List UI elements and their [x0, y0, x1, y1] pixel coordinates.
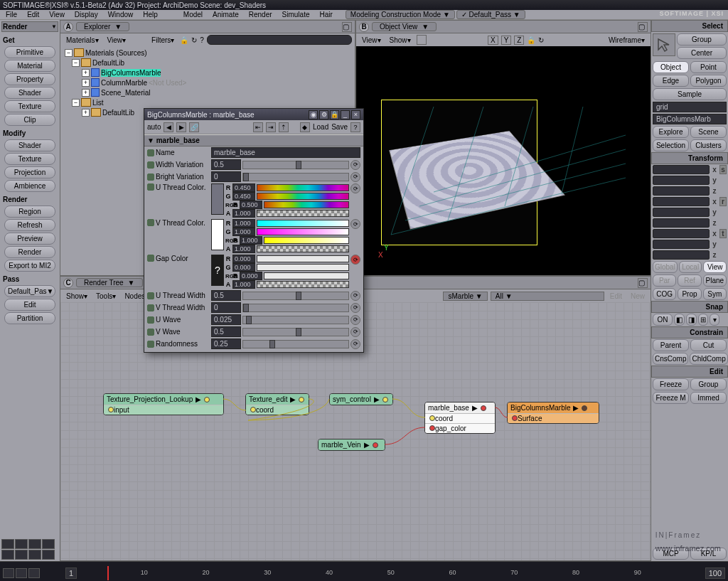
anim-toggle[interactable]: [147, 316, 154, 324]
node-texture-projection[interactable]: Texture_Projection_Lookup ▶ input: [103, 393, 224, 415]
btn-shader[interactable]: Shader: [4, 87, 55, 99]
ry-field[interactable]: [653, 208, 710, 217]
bar-g[interactable]: [257, 264, 349, 271]
swatch-v-thread[interactable]: [211, 219, 224, 250]
rendertree-title-dropdown[interactable]: Render Tree▼: [76, 278, 143, 287]
rt-new[interactable]: New: [628, 292, 648, 300]
gap-b[interactable]: 0.000: [240, 272, 262, 280]
btn-sym[interactable]: Sym: [703, 288, 727, 300]
swatch-u-thread[interactable]: [211, 183, 224, 215]
v-thread-r[interactable]: 1.000: [232, 219, 255, 228]
btn-prop[interactable]: Prop: [678, 288, 701, 300]
v-thread-a[interactable]: 1.000: [232, 245, 255, 253]
btn-mod-projection[interactable]: Projection: [4, 166, 55, 178]
btn-material[interactable]: Material: [4, 60, 55, 72]
menu-view[interactable]: View: [45, 11, 69, 18]
objectview-title-dropdown[interactable]: Object View▼: [372, 22, 437, 31]
rt-filter-dropdown[interactable]: All ▼: [491, 292, 604, 301]
slider-u-wave[interactable]: [242, 316, 349, 324]
menu-animate[interactable]: Animate: [208, 11, 243, 18]
val-v-thread-width[interactable]: 0: [211, 302, 241, 313]
btn-preview[interactable]: Preview: [4, 233, 55, 245]
btn-freeze[interactable]: Freeze: [653, 378, 689, 390]
layout-icon[interactable]: [15, 539, 28, 549]
menu-file[interactable]: File: [1, 11, 21, 18]
btn-region[interactable]: Region: [4, 206, 55, 218]
dlg-load-btn[interactable]: Load: [313, 123, 328, 131]
menu-window[interactable]: Window: [104, 11, 138, 18]
btn-freeze-m[interactable]: Freeze M: [653, 392, 689, 404]
step-icon[interactable]: ⟳: [350, 219, 360, 229]
step-icon[interactable]: ⟳: [350, 172, 360, 182]
rt-show[interactable]: Show▾: [63, 292, 90, 300]
step-icon[interactable]: ⟳: [350, 160, 360, 170]
bar-a[interactable]: [257, 281, 349, 288]
step-icon[interactable]: ⟳: [350, 303, 360, 313]
frame-end[interactable]: 100: [705, 567, 725, 579]
shading-dropdown[interactable]: Wireframe▾: [606, 36, 648, 44]
tree-defaultlib[interactable]: − DefaultLib: [62, 58, 353, 68]
ty-field[interactable]: [653, 240, 710, 249]
select-tool-icon[interactable]: [653, 33, 675, 56]
tx-field[interactable]: [653, 229, 710, 238]
snap-opt-icon[interactable]: ◨: [686, 314, 697, 326]
axis-x[interactable]: X: [488, 36, 498, 45]
v-thread-g[interactable]: 1.000: [232, 228, 255, 236]
btn-sample[interactable]: Sample: [653, 88, 727, 100]
name-field[interactable]: marble_base: [211, 147, 360, 158]
bar-b[interactable]: [264, 272, 349, 279]
dlg-anim-icon[interactable]: ◆: [300, 122, 310, 132]
anim-toggle[interactable]: [147, 161, 154, 169]
rt-path-dropdown[interactable]: sMarble ▼: [443, 292, 487, 301]
step-icon[interactable]: ⟳: [350, 291, 360, 301]
dlg-gear-icon[interactable]: ⚙: [319, 110, 328, 119]
slider-u-thread-width[interactable]: [242, 292, 349, 300]
maximize-icon[interactable]: ▢: [638, 278, 648, 288]
swatch-gap[interactable]: ?: [211, 255, 224, 286]
btn-global[interactable]: Global: [653, 261, 678, 273]
btn-chldcomp[interactable]: ChldComp: [690, 353, 727, 365]
dlg-help-icon[interactable]: ?: [350, 122, 360, 132]
val-bright-variation[interactable]: 0: [211, 171, 241, 182]
dlg-section-marble-base[interactable]: ▼ marble_base: [144, 134, 363, 146]
gap-a[interactable]: 1.000: [232, 280, 255, 289]
node-marble-base[interactable]: marble_base ▶ coord gap_color: [424, 402, 496, 434]
dlg-next-icon[interactable]: ▶: [176, 122, 186, 132]
layout-icon[interactable]: [1, 539, 14, 549]
panel-letter-icon[interactable]: C: [63, 278, 73, 288]
ov-view[interactable]: View▾: [359, 36, 384, 44]
dlg-min-icon[interactable]: _: [341, 110, 350, 119]
axis-z[interactable]: Z: [514, 36, 524, 45]
node-texture-edit[interactable]: Texture_edit ▶ coord: [245, 393, 309, 415]
btn-mod-shader[interactable]: Shader: [4, 139, 55, 151]
btn-group[interactable]: Group: [677, 33, 727, 46]
dlg-back-icon[interactable]: ⇤: [253, 122, 263, 132]
tree-item-scenematerial[interactable]: + Scene_Material: [62, 87, 353, 97]
slider-bright-variation[interactable]: [242, 173, 349, 181]
btn-pass-edit[interactable]: Edit: [4, 299, 55, 311]
btn-parent[interactable]: Parent: [653, 339, 689, 351]
explorer-title-dropdown[interactable]: Explorer▼: [76, 22, 129, 31]
timeline[interactable]: 1 10 20 30 40 50 60 70 80 90 100: [0, 561, 728, 581]
tb-filters[interactable]: Filters▾: [149, 36, 177, 44]
val-u-thread-width[interactable]: 0.5: [211, 290, 241, 301]
node-marble-vein[interactable]: marble_Vein ▶: [318, 439, 385, 451]
btn-texture[interactable]: Texture: [4, 100, 55, 112]
btn-primitive[interactable]: Primitive: [4, 46, 55, 58]
slider-v-thread-width[interactable]: [242, 304, 349, 312]
btn-snap-on[interactable]: ON: [653, 314, 673, 326]
bar-b[interactable]: [264, 237, 349, 244]
u-thread-g[interactable]: 0.450: [232, 192, 255, 201]
sz-field[interactable]: [653, 186, 710, 196]
btn-immed[interactable]: Immed: [690, 392, 727, 404]
rx-field[interactable]: [653, 197, 710, 206]
step-icon[interactable]: ⟳: [350, 339, 360, 349]
tree-item-columnmarble[interactable]: + ColumnMarble <Not Used>: [62, 78, 353, 87]
val-u-wave[interactable]: 0.025: [211, 314, 241, 325]
bar-a[interactable]: [257, 245, 349, 252]
anim-toggle[interactable]: [147, 149, 154, 156]
menu-edit[interactable]: Edit: [23, 11, 43, 18]
explorer-search[interactable]: [207, 35, 352, 45]
btn-mcp[interactable]: MCP: [653, 548, 689, 560]
btn-refresh[interactable]: Refresh: [4, 219, 55, 231]
